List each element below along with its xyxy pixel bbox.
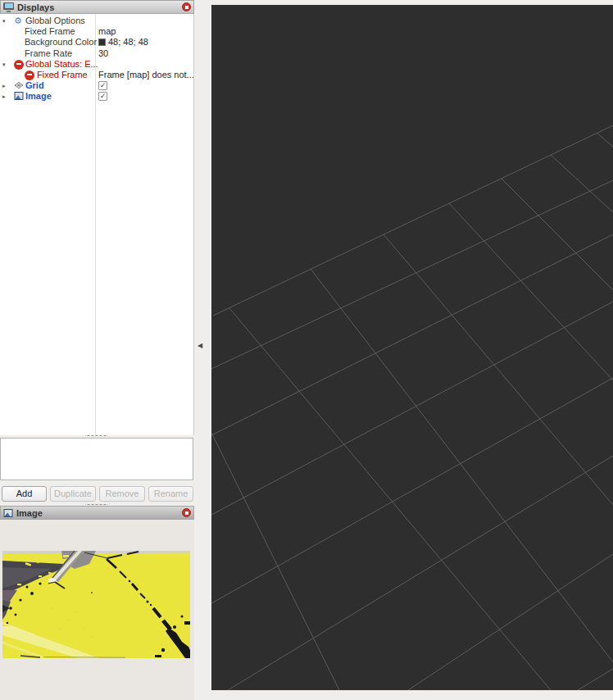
- error-icon: [14, 60, 24, 70]
- displays-panel-icon: [3, 2, 14, 12]
- value-text: 30: [98, 48, 108, 59]
- property-value[interactable]: 48; 48; 48: [98, 37, 148, 48]
- render-viewport-3d[interactable]: [211, 5, 613, 690]
- grid-line: [384, 234, 613, 505]
- expander-closed-icon[interactable]: ▸: [2, 80, 6, 91]
- grid-line: [551, 155, 613, 212]
- image-close-icon[interactable]: [182, 508, 191, 517]
- collapse-panel-icon[interactable]: ◀: [198, 343, 202, 349]
- expander-open-icon[interactable]: ▾: [2, 59, 6, 70]
- tree-row-image[interactable]: ▸Image✓: [0, 91, 193, 102]
- tree-row-global-status[interactable]: ▾Global Status: E...: [0, 59, 193, 70]
- property-value[interactable]: map: [98, 26, 116, 37]
- gear-icon: ⚙: [14, 16, 24, 25]
- grid-line: [228, 456, 613, 690]
- property-label: Global Status: E...: [25, 59, 98, 70]
- displays-panel-title: Displays: [17, 2, 179, 12]
- enabled-checkbox[interactable]: ✓: [98, 81, 107, 90]
- duplicate-button[interactable]: Duplicate: [50, 486, 96, 502]
- value-text: map: [98, 26, 116, 37]
- property-value[interactable]: ✓: [98, 91, 107, 101]
- grid-line: [597, 133, 613, 147]
- grid-line: [311, 269, 613, 662]
- grid-line: [211, 180, 613, 369]
- add-button[interactable]: Add: [2, 486, 47, 502]
- color-swatch: [98, 39, 106, 46]
- tree-row-fixed-frame[interactable]: Fixed Framemap: [0, 26, 193, 37]
- grid-line: [449, 203, 613, 380]
- grid-icon: [14, 80, 24, 90]
- image-panel-icon: [3, 508, 13, 518]
- grid-line: [578, 669, 613, 690]
- camera-image: [2, 551, 190, 658]
- property-value[interactable]: ✓: [98, 80, 107, 90]
- image-panel-title: Image: [16, 508, 179, 518]
- grid-line: [211, 302, 613, 515]
- expander-closed-icon[interactable]: ▸: [2, 91, 6, 102]
- tree-row-frame-rate[interactable]: Frame Rate30: [0, 48, 193, 59]
- remove-button[interactable]: Remove: [99, 486, 145, 502]
- grid-line: [213, 125, 613, 316]
- property-value[interactable]: 30: [98, 48, 108, 59]
- property-label: Fixed Frame: [37, 70, 88, 80]
- grid-line: [211, 234, 613, 435]
- image-panel-header: Image: [0, 506, 194, 520]
- error-icon: [25, 70, 34, 80]
- displays-close-icon[interactable]: [182, 2, 191, 11]
- tree-row-background-color[interactable]: Background Color48; 48; 48: [0, 37, 193, 48]
- value-text: 48; 48; 48: [108, 37, 148, 48]
- property-label: Fixed Frame: [25, 26, 75, 37]
- property-value[interactable]: Frame [map] does not...: [98, 70, 194, 80]
- property-label: Image: [25, 91, 52, 102]
- property-label: Grid: [25, 80, 44, 91]
- display-description-box: [0, 438, 193, 480]
- image-panel-content: [0, 520, 194, 700]
- tree-row-global-options[interactable]: ▾⚙Global Options: [0, 16, 193, 26]
- rename-button[interactable]: Rename: [148, 486, 193, 502]
- tree-row-grid[interactable]: ▸Grid✓: [0, 80, 193, 91]
- property-label: Global Options: [25, 16, 85, 26]
- grid-line: [211, 433, 339, 690]
- grid-3d: [211, 5, 613, 690]
- panel-splitter-handle[interactable]: [85, 434, 108, 437]
- grid-line: [211, 378, 613, 603]
- value-text: Frame [map] does not...: [98, 70, 194, 80]
- grid-line: [229, 308, 551, 690]
- enabled-checkbox[interactable]: ✓: [98, 92, 107, 101]
- tree-row-fixed-frame-error[interactable]: Fixed FrameFrame [map] does not...: [0, 70, 193, 80]
- displays-tree: ▾⚙Global OptionsFixed FramemapBackground…: [0, 14, 194, 435]
- grid-line: [502, 179, 613, 290]
- property-label: Frame Rate: [25, 48, 72, 59]
- expander-open-icon[interactable]: ▾: [2, 16, 6, 26]
- image-icon: [14, 91, 24, 101]
- property-label: Background Color: [25, 37, 97, 48]
- displays-panel-header: Displays: [0, 0, 194, 14]
